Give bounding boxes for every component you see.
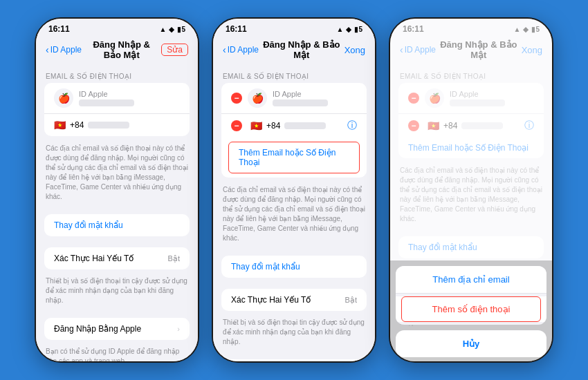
time-1: 16:11 — [48, 24, 70, 34]
apple-id-row-1: 🍎 ID Apple — [44, 83, 190, 114]
twofa-badge-1: Bật — [168, 254, 180, 263]
action-sheet-inner-3: Thêm địa chỉ email Thêm số điện thoại — [396, 266, 546, 325]
signin-apple-card-1: Đăng Nhập Bằng Apple › — [44, 318, 190, 340]
twofa-row-2: Xác Thực Hai Yếu Tố Bật — [221, 289, 367, 311]
phone-3: 16:11 ▲ ◆ ▮5 ‹ ID Apple Đăng Nhập & Bảo … — [389, 17, 553, 363]
phone-1: 16:11 ▲ ◆ ▮5 ‹ ID Apple Đăng Nhập & Bảo … — [35, 17, 199, 363]
apple-id-info-2: ID Apple — [273, 90, 328, 106]
done-button-2[interactable]: Xong — [344, 45, 365, 55]
sep2-1 — [213, 249, 375, 256]
twofa-desc-2: Thiết bị và số điện thoại tin cậy được s… — [213, 315, 375, 352]
nav-bar-2: ‹ ID Apple Đăng Nhập & Bảo Mật Xong — [213, 37, 375, 66]
sep3-1 — [390, 229, 552, 236]
phone-prefix-1: +84 — [70, 120, 84, 130]
signin-apple-card-2: Đăng Nhập Bằng Apple › — [221, 359, 367, 361]
twofa-title-1: Xác Thực Hai Yếu Tố — [54, 254, 134, 263]
add-email-phone-label-2: Thêm Email hoặc Số Điện Thoại — [239, 148, 336, 167]
back-button-3[interactable]: ‹ ID Apple — [400, 44, 436, 55]
twofa-desc-1: Thiết bị và số điện thoại tin cậy được s… — [36, 274, 198, 311]
nav-bar-3: ‹ ID Apple Đăng Nhập & Bảo Mật Xong — [390, 37, 552, 66]
signin-apple-chevron-1: › — [177, 325, 180, 333]
add-email-action-label: Thêm địa chỉ email — [432, 274, 509, 285]
apple-id-label-2: ID Apple — [273, 90, 328, 98]
back-label-2: ID Apple — [228, 45, 259, 55]
email-desc-1: Các địa chỉ email và số điện thoại này c… — [36, 140, 198, 207]
nav-bar-1: ‹ ID Apple Đăng Nhập & Bảo Mật Sửa — [36, 37, 198, 66]
done-button-3[interactable]: Xong — [522, 45, 542, 55]
password-card-3: Thay đổi mật khẩu — [398, 236, 544, 258]
battery-icon-2: ▮5 — [354, 26, 362, 33]
time-2: 16:11 — [226, 24, 247, 34]
email-card-1: 🍎 ID Apple 🇻🇳 +84 — [44, 83, 190, 136]
phone-blur-3 — [461, 122, 503, 129]
content-2: EMAIL & SỐ ĐIỆN THOẠI − 🍎 ID Apple − 🇻🇳 … — [213, 66, 375, 361]
action-sheet-3: Thêm địa chỉ email Thêm số điện thoại Hủ… — [390, 260, 552, 361]
sep-1 — [36, 207, 198, 214]
apple-id-icon-2: 🍎 — [248, 88, 267, 108]
add-phone-action-label: Thêm số điện thoại — [432, 304, 511, 314]
apple-id-info-1: ID Apple — [79, 90, 134, 106]
phone-flag-1: 🇻🇳 — [54, 120, 66, 131]
sep2-2 — [213, 282, 375, 289]
signal-icon: ◆ — [169, 26, 174, 33]
phone-prefix-3: +84 — [443, 121, 457, 131]
wifi-icon-2: ▲ — [337, 26, 344, 33]
edit-button-1[interactable]: Sửa — [161, 44, 188, 56]
password-card-2: Thay đổi mật khẩu — [221, 256, 367, 278]
signin-apple-row-2[interactable]: Đăng Nhập Bằng Apple › — [221, 359, 367, 361]
apple-id-icon-1: 🍎 — [54, 88, 73, 108]
add-email-phone-3[interactable]: Thêm Email hoặc Số Điện Thoại — [398, 137, 544, 158]
remove-phone-btn-2[interactable]: − — [231, 120, 242, 131]
apple-id-row-2: − 🍎 ID Apple — [221, 83, 367, 114]
remove-phone-btn-3[interactable]: − — [408, 120, 419, 131]
nav-title-1: Đăng Nhập & Bảo Mật — [84, 39, 158, 60]
sep-2 — [36, 240, 198, 247]
phone-2: 16:11 ▲ ◆ ▮5 ‹ ID Apple Đăng Nhập & Bảo … — [212, 17, 376, 363]
battery-icon-3: ▮5 — [531, 26, 540, 33]
status-icons-2: ▲ ◆ ▮5 — [337, 26, 362, 33]
apple-id-value-blur-1 — [79, 99, 134, 106]
battery-icon: ▮5 — [177, 26, 185, 33]
email-card-2: − 🍎 ID Apple − 🇻🇳 +84 ⓘ Thêm Email hoặc … — [221, 83, 367, 178]
info-icon-3[interactable]: ⓘ — [524, 120, 534, 132]
email-desc-3: Các địa chỉ email và số điện thoại này c… — [390, 162, 552, 229]
phone-row-3: − 🇻🇳 +84 ⓘ — [398, 114, 544, 137]
back-button-1[interactable]: ‹ ID Apple — [46, 44, 82, 55]
signin-apple-desc-1: Bạn có thể sử dụng ID Apple để đăng nhập… — [36, 344, 198, 361]
apple-id-row-3: − 🍎 ID Apple — [398, 83, 544, 114]
apple-id-value-blur-2 — [273, 99, 328, 106]
chevron-back-icon-3: ‹ — [400, 44, 403, 55]
change-password-2[interactable]: Thay đổi mật khẩu — [221, 256, 367, 278]
phone-prefix-2: +84 — [266, 121, 280, 131]
phone-blur-2 — [284, 122, 326, 129]
nav-title-3: Đăng Nhập & Bảo Mật — [439, 39, 519, 60]
back-label-1: ID Apple — [50, 45, 82, 55]
twofa-card-2: Xác Thực Hai Yếu Tố Bật — [221, 289, 367, 311]
chevron-back-icon-1: ‹ — [46, 44, 49, 55]
add-phone-action[interactable]: Thêm số điện thoại — [401, 296, 541, 322]
phone-blur-1 — [88, 122, 129, 129]
email-desc-2: Các địa chỉ email và số điện thoại này c… — [213, 182, 375, 249]
add-email-action[interactable]: Thêm địa chỉ email — [396, 266, 546, 294]
cancel-action[interactable]: Hủy — [396, 330, 546, 357]
twofa-badge-2: Bật — [345, 296, 357, 305]
back-button-2[interactable]: ‹ ID Apple — [223, 44, 259, 55]
sep-3 — [36, 311, 198, 318]
remove-apple-id-btn-2[interactable]: − — [231, 93, 242, 104]
change-password-3[interactable]: Thay đổi mật khẩu — [398, 236, 544, 258]
info-icon-2[interactable]: ⓘ — [347, 120, 357, 132]
add-phone-action-wrapper: Thêm số điện thoại — [396, 296, 546, 322]
add-email-phone-btn-2[interactable]: Thêm Email hoặc Số Điện Thoại — [228, 142, 360, 173]
change-password-1[interactable]: Thay đổi mật khẩu — [44, 214, 190, 236]
remove-apple-id-btn-3[interactable]: − — [408, 93, 419, 104]
email-section-header-3: EMAIL & SỐ ĐIỆN THOẠI — [390, 66, 552, 83]
signin-apple-title-1: Đăng Nhập Bằng Apple — [54, 324, 141, 334]
sep2-3 — [213, 352, 375, 359]
apple-id-value-blur-3 — [450, 99, 505, 106]
cancel-action-label: Hủy — [463, 339, 480, 349]
status-icons-3: ▲ ◆ ▮5 — [514, 26, 540, 33]
twofa-card-1: Xác Thực Hai Yếu Tố Bật — [44, 247, 190, 269]
signin-apple-row-1[interactable]: Đăng Nhập Bằng Apple › — [44, 318, 190, 340]
phone-row-2: − 🇻🇳 +84 ⓘ — [221, 114, 367, 137]
phone-flag-2: 🇻🇳 — [250, 120, 262, 131]
